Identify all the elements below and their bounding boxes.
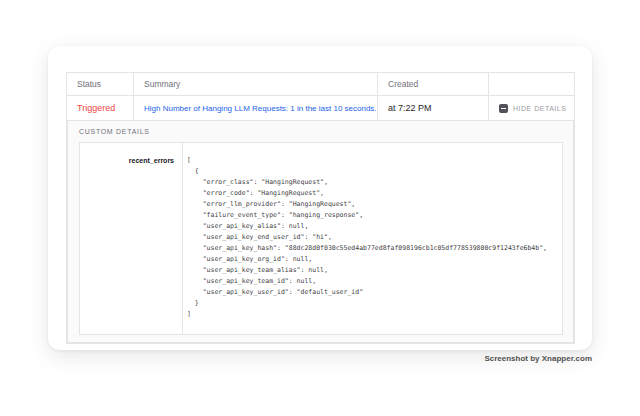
table-row: Triggered High Number of Hanging LLM Req… (67, 96, 574, 121)
created-timestamp: at 7:22 PM (388, 103, 432, 113)
alert-card: Status Summary Created Triggered High Nu… (48, 46, 592, 350)
column-header-actions (489, 73, 574, 95)
status-badge: Triggered (77, 103, 115, 113)
created-cell: at 7:22 PM (378, 96, 489, 120)
alert-summary-link[interactable]: High Number of Hanging LLM Requests: 1 i… (144, 104, 377, 113)
hide-details-label: HIDE DETAILS (513, 105, 566, 112)
collapse-minus-icon (499, 104, 508, 113)
watermark-text: Screenshot by Xnapper.com (484, 354, 592, 363)
table-header-row: Status Summary Created (67, 73, 574, 96)
alerts-table: Status Summary Created Triggered High Nu… (66, 72, 575, 344)
details-value-column: [ { "error_class": "HangingRequest", "er… (183, 143, 562, 334)
status-cell: Triggered (67, 96, 134, 120)
hide-details-button[interactable]: HIDE DETAILS (499, 104, 566, 113)
details-box: recent_errors [ { "error_class": "Hangin… (79, 142, 563, 335)
custom-details-panel: CUSTOM DETAILS recent_errors [ { "error_… (67, 121, 574, 343)
details-key-label: recent_errors (129, 157, 174, 164)
details-key-column: recent_errors (80, 143, 183, 334)
column-header-status: Status (67, 73, 134, 95)
column-header-summary: Summary (134, 73, 378, 95)
actions-cell: HIDE DETAILS (489, 96, 574, 120)
recent-errors-json: [ { "error_class": "HangingRequest", "er… (183, 143, 562, 320)
column-header-created: Created (378, 73, 489, 95)
custom-details-heading: CUSTOM DETAILS (79, 128, 563, 135)
summary-cell: High Number of Hanging LLM Requests: 1 i… (134, 96, 378, 120)
